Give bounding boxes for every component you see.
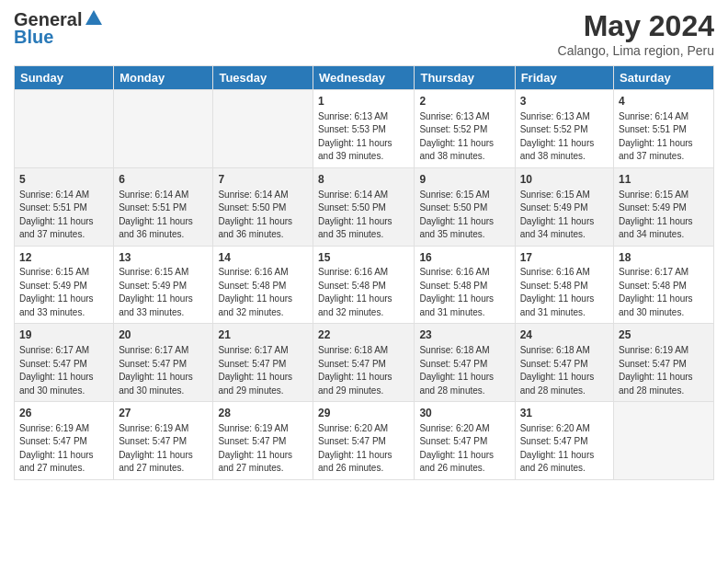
day-number: 15 [318, 250, 409, 266]
day-info: Sunrise: 6:17 AM Sunset: 5:48 PM Dayligh… [619, 266, 709, 319]
day-number: 5 [19, 172, 108, 188]
calendar-cell: 19Sunrise: 6:17 AM Sunset: 5:47 PM Dayli… [15, 324, 114, 402]
calendar-cell: 10Sunrise: 6:15 AM Sunset: 5:49 PM Dayli… [515, 167, 613, 246]
day-info: Sunrise: 6:13 AM Sunset: 5:52 PM Dayligh… [419, 110, 509, 164]
calendar-cell: 6Sunrise: 6:14 AM Sunset: 5:51 PM Daylig… [114, 167, 213, 246]
day-info: Sunrise: 6:17 AM Sunset: 5:47 PM Dayligh… [119, 344, 208, 397]
day-number: 6 [119, 172, 208, 188]
day-number: 11 [619, 172, 709, 188]
calendar-cell: 5Sunrise: 6:14 AM Sunset: 5:51 PM Daylig… [15, 167, 114, 246]
day-info: Sunrise: 6:17 AM Sunset: 5:47 PM Dayligh… [19, 344, 108, 397]
calendar-cell: 21Sunrise: 6:17 AM Sunset: 5:47 PM Dayli… [213, 324, 313, 402]
th-monday: Monday [114, 66, 213, 90]
day-number: 3 [520, 94, 609, 109]
day-number: 22 [318, 327, 409, 343]
day-number: 13 [119, 250, 208, 266]
day-info: Sunrise: 6:18 AM Sunset: 5:47 PM Dayligh… [318, 344, 409, 397]
day-number: 30 [419, 406, 509, 421]
calendar-cell: 18Sunrise: 6:17 AM Sunset: 5:48 PM Dayli… [614, 246, 714, 324]
day-number: 29 [318, 406, 409, 421]
day-info: Sunrise: 6:19 AM Sunset: 5:47 PM Dayligh… [218, 422, 308, 476]
day-info: Sunrise: 6:14 AM Sunset: 5:50 PM Dayligh… [218, 189, 308, 242]
th-wednesday: Wednesday [313, 66, 415, 90]
day-info: Sunrise: 6:14 AM Sunset: 5:50 PM Dayligh… [318, 189, 409, 242]
title-section: May 2024 Calango, Lima region, Peru [558, 9, 714, 58]
day-info: Sunrise: 6:19 AM Sunset: 5:47 PM Dayligh… [19, 422, 108, 476]
day-number: 25 [619, 327, 709, 343]
day-number: 4 [619, 94, 709, 109]
calendar-cell: 22Sunrise: 6:18 AM Sunset: 5:47 PM Dayli… [313, 324, 415, 402]
calendar-cell: 23Sunrise: 6:18 AM Sunset: 5:47 PM Dayli… [415, 324, 515, 402]
day-number: 19 [19, 327, 108, 343]
calendar-cell: 12Sunrise: 6:15 AM Sunset: 5:49 PM Dayli… [15, 246, 114, 324]
day-info: Sunrise: 6:15 AM Sunset: 5:49 PM Dayligh… [19, 266, 108, 319]
day-number: 8 [318, 172, 409, 188]
calendar-week-2: 12Sunrise: 6:15 AM Sunset: 5:49 PM Dayli… [15, 246, 714, 324]
day-number: 1 [318, 94, 409, 109]
calendar-week-1: 5Sunrise: 6:14 AM Sunset: 5:51 PM Daylig… [15, 167, 714, 246]
day-info: Sunrise: 6:18 AM Sunset: 5:47 PM Dayligh… [520, 344, 609, 397]
header: General Blue May 2024 Calango, Lima regi… [14, 9, 714, 58]
calendar-cell: 13Sunrise: 6:15 AM Sunset: 5:49 PM Dayli… [114, 246, 213, 324]
calendar-cell: 29Sunrise: 6:20 AM Sunset: 5:47 PM Dayli… [313, 402, 415, 480]
day-info: Sunrise: 6:15 AM Sunset: 5:49 PM Dayligh… [520, 189, 609, 242]
day-number: 20 [119, 327, 208, 343]
calendar-cell: 9Sunrise: 6:15 AM Sunset: 5:50 PM Daylig… [415, 167, 515, 246]
th-sunday: Sunday [15, 66, 114, 90]
day-info: Sunrise: 6:19 AM Sunset: 5:47 PM Dayligh… [119, 422, 208, 476]
day-info: Sunrise: 6:14 AM Sunset: 5:51 PM Dayligh… [19, 189, 108, 242]
calendar-cell: 14Sunrise: 6:16 AM Sunset: 5:48 PM Dayli… [213, 246, 313, 324]
th-tuesday: Tuesday [213, 66, 313, 90]
calendar-cell: 30Sunrise: 6:20 AM Sunset: 5:47 PM Dayli… [415, 402, 515, 480]
calendar-week-0: 1Sunrise: 6:13 AM Sunset: 5:53 PM Daylig… [15, 90, 714, 168]
calendar-cell: 24Sunrise: 6:18 AM Sunset: 5:47 PM Dayli… [515, 324, 613, 402]
day-info: Sunrise: 6:15 AM Sunset: 5:49 PM Dayligh… [619, 189, 709, 242]
calendar-cell: 2Sunrise: 6:13 AM Sunset: 5:52 PM Daylig… [415, 90, 515, 168]
day-info: Sunrise: 6:16 AM Sunset: 5:48 PM Dayligh… [520, 266, 609, 319]
day-number: 27 [119, 406, 208, 421]
day-info: Sunrise: 6:14 AM Sunset: 5:51 PM Dayligh… [619, 110, 709, 164]
day-number: 31 [520, 406, 609, 421]
day-number: 12 [19, 250, 108, 266]
day-info: Sunrise: 6:14 AM Sunset: 5:51 PM Dayligh… [119, 189, 208, 242]
subtitle: Calango, Lima region, Peru [558, 43, 714, 58]
day-number: 7 [218, 172, 308, 188]
calendar-cell: 15Sunrise: 6:16 AM Sunset: 5:48 PM Dayli… [313, 246, 415, 324]
calendar-cell: 4Sunrise: 6:14 AM Sunset: 5:51 PM Daylig… [614, 90, 714, 168]
day-number: 18 [619, 250, 709, 266]
day-number: 14 [218, 250, 308, 266]
day-info: Sunrise: 6:20 AM Sunset: 5:47 PM Dayligh… [520, 422, 609, 476]
calendar-cell: 27Sunrise: 6:19 AM Sunset: 5:47 PM Dayli… [114, 402, 213, 480]
day-info: Sunrise: 6:16 AM Sunset: 5:48 PM Dayligh… [419, 266, 509, 319]
calendar-cell: 16Sunrise: 6:16 AM Sunset: 5:48 PM Dayli… [415, 246, 515, 324]
day-info: Sunrise: 6:16 AM Sunset: 5:48 PM Dayligh… [318, 266, 409, 319]
calendar: Sunday Monday Tuesday Wednesday Thursday… [14, 65, 714, 480]
logo: General Blue [14, 9, 104, 48]
day-info: Sunrise: 6:13 AM Sunset: 5:53 PM Dayligh… [318, 110, 409, 164]
calendar-header-row: Sunday Monday Tuesday Wednesday Thursday… [15, 66, 714, 90]
calendar-cell: 7Sunrise: 6:14 AM Sunset: 5:50 PM Daylig… [213, 167, 313, 246]
logo-icon [84, 8, 104, 29]
calendar-cell: 31Sunrise: 6:20 AM Sunset: 5:47 PM Dayli… [515, 402, 613, 480]
day-number: 10 [520, 172, 609, 188]
day-number: 21 [218, 327, 308, 343]
day-info: Sunrise: 6:15 AM Sunset: 5:50 PM Dayligh… [419, 189, 509, 242]
day-number: 24 [520, 327, 609, 343]
calendar-cell: 20Sunrise: 6:17 AM Sunset: 5:47 PM Dayli… [114, 324, 213, 402]
calendar-cell: 11Sunrise: 6:15 AM Sunset: 5:49 PM Dayli… [614, 167, 714, 246]
day-info: Sunrise: 6:15 AM Sunset: 5:49 PM Dayligh… [119, 266, 208, 319]
calendar-cell [114, 90, 213, 168]
th-friday: Friday [515, 66, 613, 90]
calendar-cell: 17Sunrise: 6:16 AM Sunset: 5:48 PM Dayli… [515, 246, 613, 324]
calendar-week-4: 26Sunrise: 6:19 AM Sunset: 5:47 PM Dayli… [15, 402, 714, 480]
day-info: Sunrise: 6:16 AM Sunset: 5:48 PM Dayligh… [218, 266, 308, 319]
day-number: 16 [419, 250, 509, 266]
day-number: 17 [520, 250, 609, 266]
main-title: May 2024 [558, 9, 714, 43]
day-number: 28 [218, 406, 308, 421]
day-number: 23 [419, 327, 509, 343]
day-number: 26 [19, 406, 108, 421]
calendar-cell [15, 90, 114, 168]
day-number: 9 [419, 172, 509, 188]
calendar-cell: 8Sunrise: 6:14 AM Sunset: 5:50 PM Daylig… [313, 167, 415, 246]
